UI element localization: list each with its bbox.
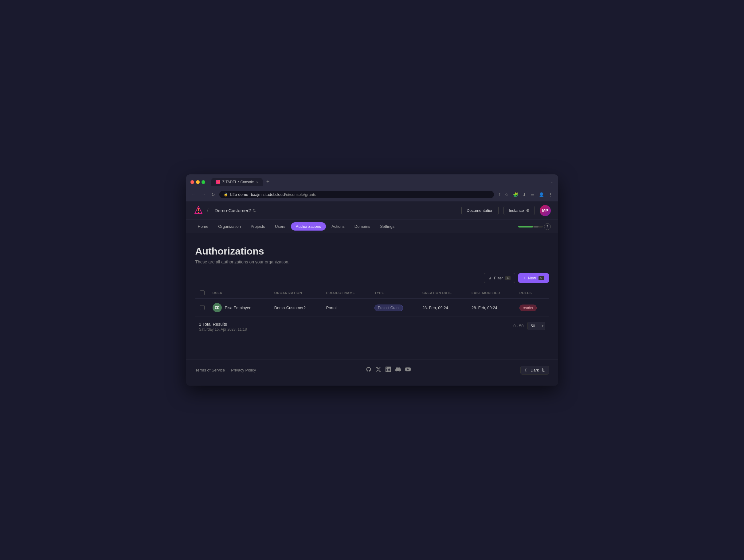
app-nav: Home Organization Projects Users Authori… — [186, 220, 558, 233]
discord-icon[interactable] — [395, 367, 401, 374]
url-domain: b2b-demo-rbxajm.zitadel.cloud — [230, 192, 285, 197]
twitter-icon[interactable] — [376, 367, 381, 374]
documentation-label: Documentation — [467, 208, 493, 213]
traffic-lights — [190, 180, 205, 184]
tab-bar: ZITADEL • Console × + — [211, 177, 548, 186]
nav-item-domains[interactable]: Domains — [350, 222, 374, 231]
menu-icon[interactable]: ⋮ — [547, 191, 554, 198]
header-checkbox-col — [195, 287, 209, 299]
nav-item-projects[interactable]: Projects — [246, 222, 269, 231]
nav-item-actions[interactable]: Actions — [327, 222, 349, 231]
privacy-link[interactable]: Privacy Policy — [231, 368, 256, 372]
tab-favicon — [216, 180, 220, 184]
browser-addressbar: ← → ↻ 🔒 b2b-demo-rbxajm.zitadel.cloud/ui… — [190, 189, 554, 201]
footer-links: Terms of Service Privacy Policy — [195, 368, 256, 372]
org-selector[interactable]: Demo-Customer2 ⇅ — [215, 208, 256, 213]
instance-button[interactable]: Instance ⚙ — [504, 206, 534, 215]
row-checkbox-cell — [195, 299, 209, 317]
url-path: /ui/console/grants — [285, 192, 316, 197]
nav-item-settings[interactable]: Settings — [376, 222, 399, 231]
filter-button[interactable]: ⊌ Filter F — [484, 273, 515, 283]
browser-window: ZITADEL • Console × + ⌄ ← → ↻ 🔒 b2b-demo… — [186, 174, 558, 386]
new-button[interactable]: + New N — [518, 273, 549, 283]
page-subtitle: These are all authorizations on your org… — [195, 259, 549, 264]
app-main: Authorizations These are all authorizati… — [186, 233, 558, 341]
tab-close-icon[interactable]: × — [256, 180, 258, 184]
table-row[interactable]: EE Elsa Employee Demo-Customer2 Portal P… — [195, 299, 549, 317]
org-arrows-icon: ⇅ — [253, 208, 256, 213]
bookmark-icon[interactable]: ☆ — [504, 191, 510, 198]
maximize-button[interactable] — [201, 180, 205, 184]
profile-icon[interactable]: 👤 — [537, 191, 545, 198]
row-checkbox[interactable] — [200, 305, 204, 310]
user-avatar-initials: EE — [215, 306, 219, 310]
page-size-wrapper: 10 20 50 100 ▾ — [527, 322, 545, 330]
tab-overflow-icon[interactable]: ⌄ — [551, 180, 554, 184]
youtube-icon[interactable] — [405, 367, 411, 374]
nav-item-users[interactable]: Users — [271, 222, 290, 231]
extensions-icon[interactable]: 🧩 — [512, 191, 519, 198]
back-button[interactable]: ← — [190, 191, 197, 198]
address-bar[interactable]: 🔒 b2b-demo-rbxajm.zitadel.cloud/ui/conso… — [219, 191, 494, 198]
nav-item-organization[interactable]: Organization — [214, 222, 245, 231]
nav-item-authorizations[interactable]: Authorizations — [291, 222, 326, 231]
lock-icon: 🔒 — [224, 193, 228, 197]
results-info: 1 Total Results Saturday 15. Apr 2023, 1… — [199, 322, 247, 331]
sidebar-icon[interactable]: ▭ — [529, 191, 536, 198]
avatar[interactable]: MP — [540, 205, 551, 216]
row-type: Project Grant — [371, 299, 419, 317]
new-shortcut: N — [538, 276, 544, 280]
share-icon[interactable]: ⤴ — [497, 191, 501, 198]
minimize-button[interactable] — [196, 180, 200, 184]
download-icon[interactable]: ⬇ — [521, 191, 527, 198]
github-icon[interactable] — [366, 367, 371, 374]
role-badge: reader — [519, 305, 537, 311]
row-organization: Demo-Customer2 — [271, 299, 323, 317]
progress-gap — [533, 226, 538, 228]
filter-label: Filter — [494, 276, 503, 280]
theme-label: Dark — [530, 368, 539, 372]
col-type: TYPE — [371, 287, 419, 299]
logo-svg — [193, 206, 203, 215]
pagination-right: 0 - 50 10 20 50 100 ▾ — [513, 322, 545, 330]
help-button[interactable]: ? — [544, 223, 551, 230]
instance-label: Instance — [509, 208, 524, 213]
browser-chrome: ZITADEL • Console × + ⌄ ← → ↻ 🔒 b2b-demo… — [186, 174, 558, 201]
filter-shortcut: F — [505, 276, 511, 280]
terms-link[interactable]: Terms of Service — [195, 368, 225, 372]
user-avatar: EE — [213, 303, 222, 312]
footer-social — [366, 367, 411, 374]
row-roles: reader — [516, 299, 549, 317]
documentation-button[interactable]: Documentation — [461, 206, 498, 215]
nav-item-home[interactable]: Home — [193, 222, 213, 231]
new-label: New — [528, 276, 536, 280]
row-user-cell: EE Elsa Employee — [209, 299, 271, 317]
app-container: / Demo-Customer2 ⇅ Documentation Instanc… — [186, 201, 558, 386]
col-organization: ORGANIZATION — [271, 287, 323, 299]
new-tab-button[interactable]: + — [264, 177, 272, 186]
col-last-modified: LAST MODIFIED — [468, 287, 516, 299]
theme-selector[interactable]: ☾ Dark ⇅ — [520, 366, 549, 374]
page-size-select[interactable]: 10 20 50 100 — [527, 322, 545, 330]
tab-title: ZITADEL • Console — [222, 180, 254, 184]
linkedin-icon[interactable] — [385, 367, 391, 374]
table-toolbar: ⊌ Filter F + New N — [195, 273, 549, 283]
row-project-name: Portal — [323, 299, 371, 317]
col-creation-date: CREATION DATE — [419, 287, 468, 299]
close-button[interactable] — [190, 180, 194, 184]
moon-icon: ☾ — [524, 368, 528, 372]
forward-button[interactable]: → — [200, 191, 207, 198]
address-actions: ⤴ ☆ 🧩 ⬇ ▭ 👤 ⋮ — [497, 191, 554, 198]
select-all-checkbox[interactable] — [200, 290, 204, 295]
col-user: USER — [209, 287, 271, 299]
app-header: / Demo-Customer2 ⇅ Documentation Instanc… — [186, 201, 558, 220]
svg-point-5 — [198, 212, 199, 213]
avatar-initials: MP — [542, 208, 548, 213]
user-name: Elsa Employee — [225, 306, 252, 310]
browser-titlebar: ZITADEL • Console × + ⌄ — [190, 177, 554, 186]
row-creation-date: 28. Feb, 09:24 — [419, 299, 468, 317]
refresh-button[interactable]: ↻ — [210, 191, 216, 198]
app-footer: Terms of Service Privacy Policy — [186, 359, 558, 381]
app-logo: / — [193, 206, 210, 215]
active-tab[interactable]: ZITADEL • Console × — [211, 178, 263, 186]
